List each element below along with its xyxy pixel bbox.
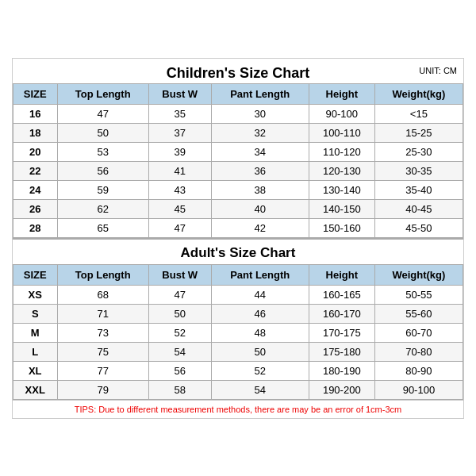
data-cell: 55-60 (374, 304, 463, 323)
col-pant-length: Pant Length (211, 83, 309, 104)
adult-title: Adult's Size Chart (13, 238, 463, 264)
size-cell: XL (13, 361, 58, 380)
data-cell: 54 (211, 380, 309, 399)
table-row: M735248170-17560-70 (13, 323, 463, 342)
data-cell: 58 (148, 380, 211, 399)
data-cell: 36 (211, 161, 309, 180)
table-row: 24594338130-14035-40 (13, 180, 463, 199)
data-cell: 65 (57, 218, 148, 237)
size-cell: 16 (13, 104, 58, 123)
table-row: 20533934110-12025-30 (13, 142, 463, 161)
children-title: Children's Size Chart UNIT: CM (13, 59, 463, 83)
data-cell: 75 (57, 342, 148, 361)
col-height: Height (309, 83, 374, 104)
data-cell: 100-110 (309, 123, 374, 142)
children-title-text: Children's Size Chart (167, 65, 309, 81)
data-cell: 37 (148, 123, 211, 142)
data-cell: 47 (148, 218, 211, 237)
data-cell: 56 (148, 361, 211, 380)
data-cell: 180-190 (309, 361, 374, 380)
children-header-row: SIZE Top Length Bust W Pant Length Heigh… (13, 83, 463, 104)
data-cell: 42 (211, 218, 309, 237)
data-cell: 47 (148, 285, 211, 304)
data-cell: 30-35 (374, 161, 463, 180)
data-cell: 130-140 (309, 180, 374, 199)
size-cell: 24 (13, 180, 58, 199)
data-cell: 35 (148, 104, 211, 123)
table-row: XL775652180-19080-90 (13, 361, 463, 380)
data-cell: 44 (211, 285, 309, 304)
adult-col-bust-w: Bust W (148, 264, 211, 285)
data-cell: 73 (57, 323, 148, 342)
data-cell: 50-55 (374, 285, 463, 304)
data-cell: 34 (211, 142, 309, 161)
data-cell: 90-100 (309, 104, 374, 123)
data-cell: 15-25 (374, 123, 463, 142)
data-cell: 45-50 (374, 218, 463, 237)
data-cell: 30 (211, 104, 309, 123)
data-cell: 43 (148, 180, 211, 199)
table-row: 1647353090-100<15 (13, 104, 463, 123)
data-cell: 38 (211, 180, 309, 199)
data-cell: 59 (57, 180, 148, 199)
size-cell: XXL (13, 380, 58, 399)
unit-label: UNIT: CM (419, 66, 457, 75)
table-row: 26624540140-15040-45 (13, 199, 463, 218)
data-cell: 39 (148, 142, 211, 161)
table-row: XXL795854190-20090-100 (13, 380, 463, 399)
data-cell: 190-200 (309, 380, 374, 399)
size-cell: 28 (13, 218, 58, 237)
size-cell: L (13, 342, 58, 361)
data-cell: 80-90 (374, 361, 463, 380)
size-cell: 20 (13, 142, 58, 161)
col-bust-w: Bust W (148, 83, 211, 104)
col-weight: Weight(kg) (374, 83, 463, 104)
data-cell: 68 (57, 285, 148, 304)
col-top-length: Top Length (57, 83, 148, 104)
data-cell: 77 (57, 361, 148, 380)
data-cell: 90-100 (374, 380, 463, 399)
data-cell: 160-165 (309, 285, 374, 304)
data-cell: 62 (57, 199, 148, 218)
data-cell: 50 (148, 304, 211, 323)
data-cell: 170-175 (309, 323, 374, 342)
data-cell: 70-80 (374, 342, 463, 361)
size-cell: 22 (13, 161, 58, 180)
children-table: SIZE Top Length Bust W Pant Length Heigh… (13, 83, 463, 238)
adult-table: SIZE Top Length Bust W Pant Length Heigh… (13, 264, 463, 400)
size-cell: XS (13, 285, 58, 304)
data-cell: <15 (374, 104, 463, 123)
table-row: 22564136120-13030-35 (13, 161, 463, 180)
data-cell: 53 (57, 142, 148, 161)
data-cell: 60-70 (374, 323, 463, 342)
data-cell: 71 (57, 304, 148, 323)
data-cell: 48 (211, 323, 309, 342)
data-cell: 40-45 (374, 199, 463, 218)
table-row: 18503732100-11015-25 (13, 123, 463, 142)
data-cell: 40 (211, 199, 309, 218)
adult-header-row: SIZE Top Length Bust W Pant Length Heigh… (13, 264, 463, 285)
size-cell: M (13, 323, 58, 342)
data-cell: 46 (211, 304, 309, 323)
data-cell: 41 (148, 161, 211, 180)
adult-title-text: Adult's Size Chart (181, 245, 296, 260)
data-cell: 52 (148, 323, 211, 342)
data-cell: 47 (57, 104, 148, 123)
data-cell: 140-150 (309, 199, 374, 218)
adult-col-top-length: Top Length (57, 264, 148, 285)
data-cell: 25-30 (374, 142, 463, 161)
col-size: SIZE (13, 83, 58, 104)
size-cell: S (13, 304, 58, 323)
table-row: S715046160-17055-60 (13, 304, 463, 323)
size-cell: 18 (13, 123, 58, 142)
tips-text: TIPS: Due to different measurement metho… (13, 400, 463, 418)
adult-col-height: Height (309, 264, 374, 285)
size-chart-container: Children's Size Chart UNIT: CM SIZE Top … (12, 58, 464, 419)
data-cell: 54 (148, 342, 211, 361)
size-cell: 26 (13, 199, 58, 218)
data-cell: 50 (57, 123, 148, 142)
data-cell: 150-160 (309, 218, 374, 237)
data-cell: 120-130 (309, 161, 374, 180)
table-row: XS684744160-16550-55 (13, 285, 463, 304)
data-cell: 110-120 (309, 142, 374, 161)
